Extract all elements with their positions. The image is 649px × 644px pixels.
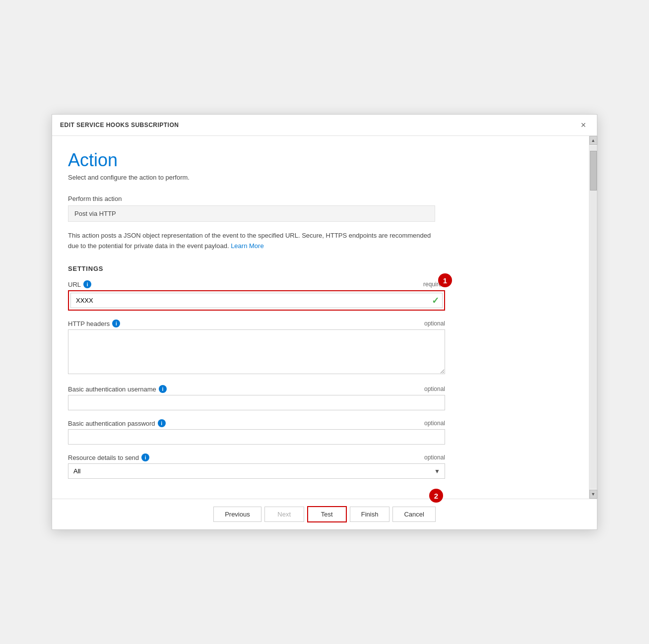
username-field-group: Basic authentication username i optional — [68, 385, 445, 410]
dialog: EDIT SERVICE HOOKS SUBSCRIPTION × Action… — [52, 114, 597, 530]
finish-button[interactable]: Finish — [350, 507, 390, 522]
http-headers-field-group: HTTP headers i optional — [68, 320, 445, 376]
resource-details-info-icon[interactable]: i — [141, 453, 149, 461]
dialog-body: Action Select and configure the action t… — [52, 136, 597, 499]
learn-more-link[interactable]: Learn More — [231, 242, 263, 250]
resource-details-label-text: Resource details to send — [68, 454, 139, 461]
cancel-button[interactable]: Cancel — [392, 507, 435, 522]
action-field-group: Perform this action Post via HTTP — [68, 195, 445, 222]
scrollbar[interactable]: ▲ ▼ — [589, 136, 597, 499]
previous-button[interactable]: Previous — [213, 507, 261, 522]
password-optional-label: optional — [424, 420, 445, 427]
url-input[interactable] — [70, 293, 443, 308]
http-headers-optional-label: optional — [424, 320, 445, 327]
http-headers-info-icon[interactable]: i — [112, 320, 120, 327]
resource-details-label-left: Resource details to send i — [68, 453, 149, 461]
dialog-footer: Previous Next Test Finish Cancel 2 — [52, 499, 597, 529]
badge-2: 2 — [429, 489, 443, 503]
resource-details-select[interactable]: All Minimal None — [68, 463, 445, 479]
password-field-group: Basic authentication password i optional — [68, 419, 445, 445]
url-label-left: URL i — [68, 280, 91, 288]
settings-label: SETTINGS — [68, 265, 573, 272]
password-input[interactable] — [68, 429, 445, 445]
username-label-row: Basic authentication username i optional — [68, 385, 445, 393]
dialog-content: Action Select and configure the action t… — [52, 136, 589, 499]
username-optional-label: optional — [424, 386, 445, 392]
action-field-value: Post via HTTP — [68, 205, 435, 222]
badge-1: 1 — [438, 273, 452, 287]
url-info-icon[interactable]: i — [83, 280, 91, 288]
username-label-text: Basic authentication username — [68, 386, 156, 393]
page-subtitle: Select and configure the action to perfo… — [68, 174, 573, 181]
description-text: This action posts a JSON object represen… — [68, 231, 435, 252]
scrollbar-thumb[interactable] — [590, 151, 597, 191]
url-field-group: URL i required ✓ 1 — [68, 280, 445, 311]
username-label-left: Basic authentication username i — [68, 385, 167, 393]
next-button[interactable]: Next — [264, 507, 304, 522]
scrollbar-down-arrow[interactable]: ▼ — [589, 490, 597, 499]
http-headers-label-row: HTTP headers i optional — [68, 320, 445, 327]
page-title: Action — [68, 150, 573, 171]
resource-details-optional-label: optional — [424, 454, 445, 461]
username-info-icon[interactable]: i — [159, 385, 167, 393]
resource-details-select-wrapper: All Minimal None ▼ — [68, 463, 445, 479]
username-input[interactable] — [68, 395, 445, 410]
scrollbar-track — [590, 146, 597, 489]
password-label-row: Basic authentication password i optional — [68, 419, 445, 427]
close-button[interactable]: × — [578, 120, 589, 130]
url-valid-checkmark: ✓ — [432, 295, 439, 306]
dialog-titlebar: EDIT SERVICE HOOKS SUBSCRIPTION × — [52, 115, 597, 136]
dialog-title: EDIT SERVICE HOOKS SUBSCRIPTION — [60, 122, 179, 129]
http-headers-label-left: HTTP headers i — [68, 320, 120, 327]
resource-details-field-group: Resource details to send i optional All … — [68, 453, 445, 479]
password-label-text: Basic authentication password — [68, 420, 155, 427]
password-label-left: Basic authentication password i — [68, 419, 166, 427]
http-headers-input[interactable] — [68, 329, 445, 374]
resource-details-label-row: Resource details to send i optional — [68, 453, 445, 461]
http-headers-label-text: HTTP headers — [68, 320, 110, 327]
url-label-row: URL i required — [68, 280, 445, 288]
url-field-wrapper: ✓ — [68, 290, 445, 311]
action-field-label: Perform this action — [68, 195, 445, 202]
test-button[interactable]: Test — [307, 506, 347, 522]
url-label-text: URL — [68, 281, 81, 288]
password-info-icon[interactable]: i — [158, 419, 166, 427]
scrollbar-up-arrow[interactable]: ▲ — [589, 136, 597, 145]
